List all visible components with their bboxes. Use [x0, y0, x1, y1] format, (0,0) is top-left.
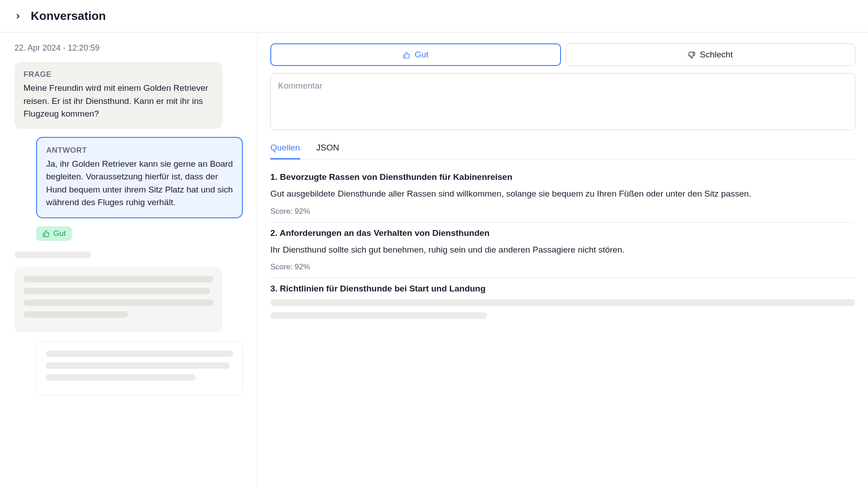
thumbs-up-icon	[403, 51, 410, 58]
good-button[interactable]: Gut	[270, 43, 561, 66]
question-bubble: FRAGE Meine Freundin wird mit einem Gold…	[14, 62, 222, 129]
page-header: Konversation	[0, 0, 868, 33]
rating-badge: Gut	[36, 226, 72, 241]
comment-input[interactable]	[278, 81, 848, 121]
source-body: Gut ausgebildete Diensthunde aller Rasse…	[270, 188, 855, 201]
bad-button-label: Schlecht	[700, 50, 733, 60]
source-title: 3. Richtlinien für Diensthunde bei Start…	[270, 284, 855, 294]
timestamp: 22. Apr 2024 - 12:20:59	[14, 43, 243, 53]
skeleton-bubble	[14, 267, 222, 332]
source-score: Score: 92%	[270, 207, 855, 216]
skeleton-placeholder	[270, 299, 855, 319]
answer-bubble[interactable]: ANTWORT Ja, ihr Golden Retriever kann si…	[36, 137, 243, 218]
bad-button[interactable]: Schlecht	[566, 43, 855, 66]
source-title: 1. Bevorzugte Rassen von Diensthunden fü…	[270, 172, 855, 182]
rating-label: Gut	[53, 229, 66, 238]
thumbs-down-icon	[688, 51, 695, 58]
tab-sources[interactable]: Quellen	[270, 143, 300, 160]
answer-label: ANTWORT	[46, 146, 233, 155]
conversation-pane: 22. Apr 2024 - 12:20:59 FRAGE Meine Freu…	[0, 33, 258, 488]
thumbs-up-icon	[42, 230, 50, 237]
comment-box[interactable]	[270, 73, 855, 130]
details-pane: Gut Schlecht Quellen JSON 1. Bevorzugte …	[258, 33, 868, 488]
good-button-label: Gut	[415, 50, 429, 60]
source-title: 2. Anforderungen an das Verhalten von Di…	[270, 228, 855, 238]
source-item: 1. Bevorzugte Rassen von Diensthunden fü…	[270, 172, 855, 223]
page-title: Konversation	[31, 9, 106, 23]
source-body: Ihr Diensthund sollte sich gut benehmen,…	[270, 244, 855, 257]
source-item: 3. Richtlinien für Diensthunde bei Start…	[270, 284, 855, 319]
tabs: Quellen JSON	[270, 143, 855, 160]
source-score: Score: 92%	[270, 263, 855, 272]
tab-json[interactable]: JSON	[316, 143, 340, 160]
answer-text: Ja, ihr Golden Retriever kann sie gerne …	[46, 158, 233, 209]
source-item: 2. Anforderungen an das Verhalten von Di…	[270, 228, 855, 279]
question-label: FRAGE	[24, 70, 213, 79]
skeleton-placeholder	[14, 252, 243, 258]
feedback-buttons: Gut Schlecht	[270, 43, 855, 66]
chevron-right-icon[interactable]	[14, 13, 22, 20]
question-text: Meine Freundin wird mit einem Golden Ret…	[24, 82, 213, 121]
skeleton-bubble	[36, 341, 243, 395]
